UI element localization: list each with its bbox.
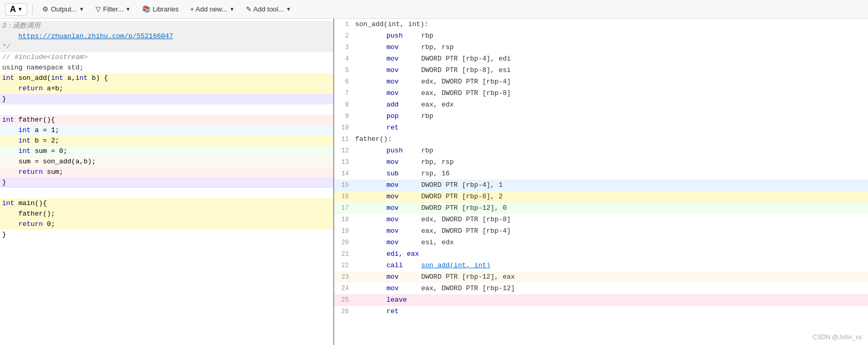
asm-line-content: mov DWORD PTR [rbp-12], 0	[353, 203, 868, 214]
asm-line-number: 25	[334, 294, 353, 306]
watermark: CSDN @John_xx	[813, 334, 862, 341]
asm-operand: rbp	[421, 112, 433, 120]
source-line-content	[0, 104, 333, 115]
source-line-content: return a+b;	[0, 84, 333, 94]
asm-instr: mov	[386, 227, 421, 235]
source-line-content: int b = 2;	[0, 136, 333, 146]
source-line-content: 3：函数调用	[0, 21, 333, 31]
source-line: int main(){	[0, 198, 333, 209]
asm-line-content: mov esi, edx	[353, 237, 868, 248]
asm-instr: leave	[386, 296, 421, 304]
asm-operand: DWORD PTR [rbp-12], 0	[421, 204, 507, 212]
font-size-button[interactable]: A ▼	[5, 3, 27, 16]
source-line: father();	[0, 209, 333, 219]
asm-line-number: 5	[334, 65, 353, 76]
output-label: Output...	[51, 5, 77, 13]
asm-link[interactable]: son_add(int, int)	[421, 261, 490, 269]
toolbar: A ▼ ⚙ Output... ▼ ▽ Filter... ▼ 📚 Librar…	[0, 0, 868, 19]
libraries-label: Libraries	[153, 5, 179, 13]
libraries-button[interactable]: 📚 Libraries	[138, 4, 183, 15]
asm-line: 8add eax, edx	[334, 99, 868, 111]
add-new-caret: ▼	[229, 6, 234, 12]
source-line: int sum = 0;	[0, 146, 333, 157]
asm-line-number: 6	[334, 76, 353, 88]
source-line: return sum;	[0, 167, 333, 177]
asm-line: 17mov DWORD PTR [rbp-12], 0	[334, 203, 868, 214]
asm-line-number: 10	[334, 122, 353, 134]
font-caret: ▼	[18, 6, 23, 12]
asm-instr: ret	[386, 124, 421, 132]
main-content: 3：函数调用 https://zhuanlan.zhihu.com/p/5521…	[0, 19, 868, 345]
add-tool-caret: ▼	[286, 6, 291, 12]
asm-line: 26ret	[334, 306, 868, 317]
source-line: int a = 1;	[0, 125, 333, 136]
source-line: sum = son_add(a,b);	[0, 157, 333, 167]
source-line-content: sum = son_add(a,b);	[0, 157, 333, 167]
asm-line-number: 18	[334, 214, 353, 225]
add-tool-label: ✎ Add tool...	[246, 5, 284, 13]
filter-caret: ▼	[125, 6, 131, 12]
asm-line-content: mov edx, DWORD PTR [rbp-4]	[353, 76, 868, 88]
gear-icon: ⚙	[42, 5, 49, 13]
source-line: return 0;	[0, 219, 333, 230]
source-line: return a+b;	[0, 84, 333, 94]
output-button[interactable]: ⚙ Output... ▼	[38, 4, 88, 15]
asm-instr: mov	[386, 89, 421, 97]
asm-line-content: mov eax, DWORD PTR [rbp-12]	[353, 283, 868, 294]
asm-instr: sub	[386, 170, 421, 177]
add-tool-button[interactable]: ✎ Add tool... ▼	[242, 4, 295, 15]
asm-instr: mov	[386, 66, 421, 74]
source-line-content: https://zhuanlan.zhihu.com/p/552166047	[0, 31, 333, 42]
asm-instr: ret	[386, 307, 421, 315]
asm-line-content: father():	[353, 134, 868, 145]
source-line-content: // #include<iostream>	[0, 52, 333, 63]
asm-line-number: 21	[334, 248, 353, 260]
source-line-content: }	[0, 177, 333, 188]
asm-line-number: 17	[334, 203, 353, 214]
asm-operand: esi, edx	[421, 239, 453, 246]
source-line: https://zhuanlan.zhihu.com/p/552166047	[0, 31, 333, 42]
asm-line-number: 24	[334, 283, 353, 294]
asm-line-content: mov rbp, rsp	[353, 42, 868, 53]
asm-line-number: 15	[334, 180, 353, 191]
asm-operand: rsp, 16	[421, 170, 450, 177]
add-new-label: + Add new...	[190, 5, 227, 13]
asm-line-content: mov DWORD PTR [rbp-4], edi	[353, 53, 868, 65]
asm-line-number: 14	[334, 168, 353, 180]
asm-line: 24mov eax, DWORD PTR [rbp-12]	[334, 283, 868, 294]
source-line: int father(){	[0, 115, 333, 125]
asm-line-content: ret	[353, 122, 868, 134]
asm-operand: rbp	[421, 32, 433, 40]
asm-line-content: mov DWORD PTR [rbp-12], eax	[353, 271, 868, 283]
asm-line-number: 9	[334, 111, 353, 122]
source-line-content: int father(){	[0, 115, 333, 125]
asm-line-content: leave	[353, 294, 868, 306]
asm-line: 5mov DWORD PTR [rbp-8], esi	[334, 65, 868, 76]
asm-line-content: mov eax, DWORD PTR [rbp-8]	[353, 88, 868, 99]
asm-line: 25leave	[334, 294, 868, 306]
source-line-content: using namespace std;	[0, 63, 333, 73]
asm-operand: rbp, rsp	[421, 158, 453, 166]
asm-line-number: 19	[334, 225, 353, 237]
asm-operand: eax, edx	[421, 101, 453, 109]
asm-operand: DWORD PTR [rbp-4], 1	[421, 181, 502, 189]
asm-label: son_add(int, int):	[355, 20, 428, 28]
asm-instr: mov	[386, 284, 421, 292]
asm-instr: mov	[386, 216, 421, 223]
asm-line: 18mov edx, DWORD PTR [rbp-8]	[334, 214, 868, 225]
asm-line-content: add eax, edx	[353, 99, 868, 111]
asm-operand: rbp, rsp	[421, 43, 453, 51]
filter-button[interactable]: ▽ Filter... ▼	[91, 4, 135, 15]
filter-label: Filter...	[103, 5, 123, 13]
source-line-content: }	[0, 230, 333, 240]
asm-instr: add	[386, 101, 421, 109]
asm-line-number: 23	[334, 271, 353, 283]
source-line: int son_add(int a,int b) {	[0, 73, 333, 84]
source-line-content: return sum;	[0, 167, 333, 177]
add-new-button[interactable]: + Add new... ▼	[186, 4, 239, 15]
asm-line: 11father():	[334, 134, 868, 145]
asm-instr: mov	[386, 55, 421, 63]
source-line	[0, 188, 333, 198]
source-line	[0, 104, 333, 115]
source-panel: 3：函数调用 https://zhuanlan.zhihu.com/p/5521…	[0, 19, 334, 345]
